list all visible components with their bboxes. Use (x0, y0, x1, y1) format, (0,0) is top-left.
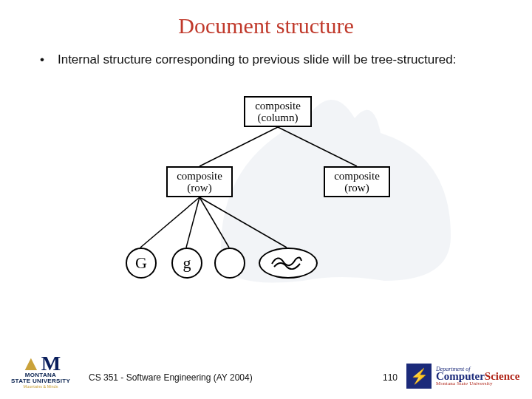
svg-line-5 (200, 197, 287, 248)
svg-line-3 (186, 197, 200, 248)
svg-line-0 (200, 127, 278, 166)
bolt-icon: ⚡ (410, 367, 429, 385)
bullet-list: Internal structure corresponding to prev… (37, 52, 495, 69)
slide-title: Document structure (0, 0, 532, 38)
cs-dept-logo: ⚡ Department of ComputerScience Montana … (406, 364, 532, 389)
node-right: composite (row) (324, 166, 390, 197)
footer: ▲M MONTANA STATE UNIVERSITY Mountains & … (0, 344, 532, 389)
node-root: composite (column) (244, 96, 312, 127)
cs-uni-label: Montana State University (436, 381, 519, 386)
node-left: composite (row) (166, 166, 233, 197)
msu-m-icon: ▲M (21, 354, 61, 372)
cs-shield-icon: ⚡ (406, 364, 432, 389)
page-number: 110 (383, 372, 406, 389)
msu-tagline: Mountains & Minds (24, 384, 58, 389)
content-area: Internal structure corresponding to prev… (0, 38, 532, 69)
leaf-G: G (126, 248, 157, 279)
node-root-line1: composite (255, 100, 301, 112)
node-right-line2: (row) (344, 182, 369, 194)
tree-diagram: composite (column) composite (row) compo… (126, 96, 436, 288)
node-root-line2: (column) (258, 112, 299, 124)
course-label: CS 351 - Software Engineering (AY 2004) (89, 372, 253, 389)
svg-line-4 (200, 197, 229, 248)
squiggle-icon (270, 253, 303, 270)
node-right-line1: composite (334, 170, 380, 183)
msu-logo: ▲M MONTANA STATE UNIVERSITY Mountains & … (0, 354, 81, 389)
leaf-g: g (171, 248, 202, 279)
node-left-line2: (row) (187, 182, 211, 194)
bullet-item: Internal structure corresponding to prev… (37, 52, 495, 69)
svg-line-2 (140, 197, 200, 248)
leaf-empty (214, 248, 245, 279)
node-left-line1: composite (177, 170, 222, 183)
svg-line-1 (278, 127, 357, 166)
cs-main-label: ComputerScience (436, 372, 519, 382)
msu-name-bottom: STATE UNIVERSITY (11, 378, 70, 384)
